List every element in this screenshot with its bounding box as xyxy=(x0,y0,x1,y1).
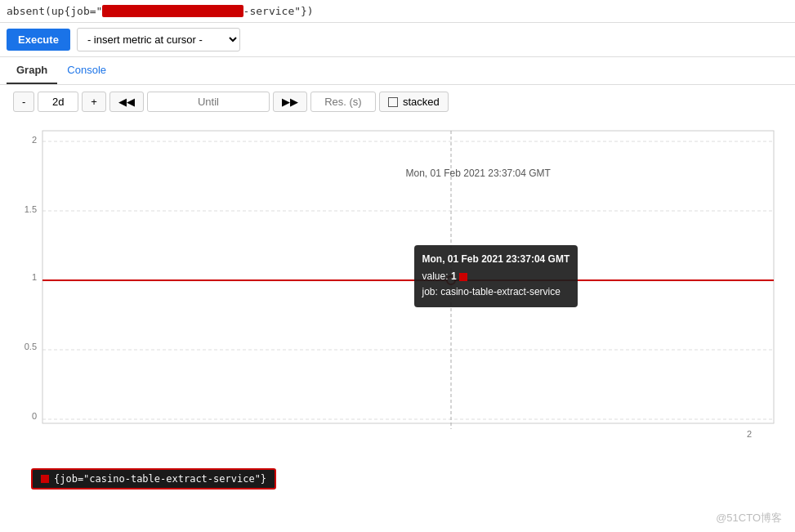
query-redacted xyxy=(102,5,243,17)
stacked-label: stacked xyxy=(403,96,440,108)
stacked-checkbox xyxy=(388,97,398,107)
back-button[interactable]: ◀◀ xyxy=(109,92,144,112)
tabs: Graph Console xyxy=(0,57,795,85)
metric-selector[interactable]: - insert metric at cursor - xyxy=(77,28,240,51)
svg-text:0: 0 xyxy=(31,411,36,421)
decrease-duration-button[interactable]: - xyxy=(13,92,34,112)
svg-text:1: 1 xyxy=(31,272,36,282)
svg-text:0.5: 0.5 xyxy=(24,342,36,351)
svg-text:2: 2 xyxy=(746,429,751,439)
svg-text:2: 2 xyxy=(31,135,36,145)
increase-duration-button[interactable]: + xyxy=(82,92,106,112)
chart-wrapper: 2 1.5 1 0.5 0 2 xyxy=(0,118,795,532)
duration-input[interactable] xyxy=(38,92,78,112)
stacked-button[interactable]: stacked xyxy=(379,92,449,112)
execute-button[interactable]: Execute xyxy=(7,29,70,51)
tooltip-date-above: Mon, 01 Feb 2021 23:37:04 GMT xyxy=(406,168,551,179)
tab-console[interactable]: Console xyxy=(57,57,116,84)
svg-text:1.5: 1.5 xyxy=(24,204,36,214)
chart-svg: 2 1.5 1 0.5 0 2 xyxy=(14,118,782,462)
query-suffix: -service"}) xyxy=(243,5,314,17)
legend-swatch xyxy=(41,475,49,483)
tab-graph[interactable]: Graph xyxy=(7,57,57,84)
end-time-input[interactable] xyxy=(147,92,270,112)
forward-button[interactable]: ▶▶ xyxy=(273,92,307,112)
main-content: - + ◀◀ ▶▶ stacked 2 1.5 1 0.5 0 2 xyxy=(0,85,795,532)
resolution-input[interactable] xyxy=(310,92,376,112)
watermark: @51CTO博客 xyxy=(716,511,782,525)
chart-container: 2 1.5 1 0.5 0 2 xyxy=(14,118,782,462)
toolbar: Execute - insert metric at cursor - xyxy=(0,23,795,57)
legend: {job="casino-table-extract-service"} xyxy=(31,468,764,490)
query-text: absent(up{job=" -service"}) xyxy=(7,5,788,17)
query-prefix: absent(up{job=" xyxy=(7,5,102,17)
legend-item: {job="casino-table-extract-service"} xyxy=(31,468,276,490)
svg-point-14 xyxy=(447,276,455,284)
legend-label: {job="casino-table-extract-service"} xyxy=(54,473,266,485)
query-bar: absent(up{job=" -service"}) xyxy=(0,0,795,23)
graph-controls: - + ◀◀ ▶▶ stacked xyxy=(0,85,795,118)
